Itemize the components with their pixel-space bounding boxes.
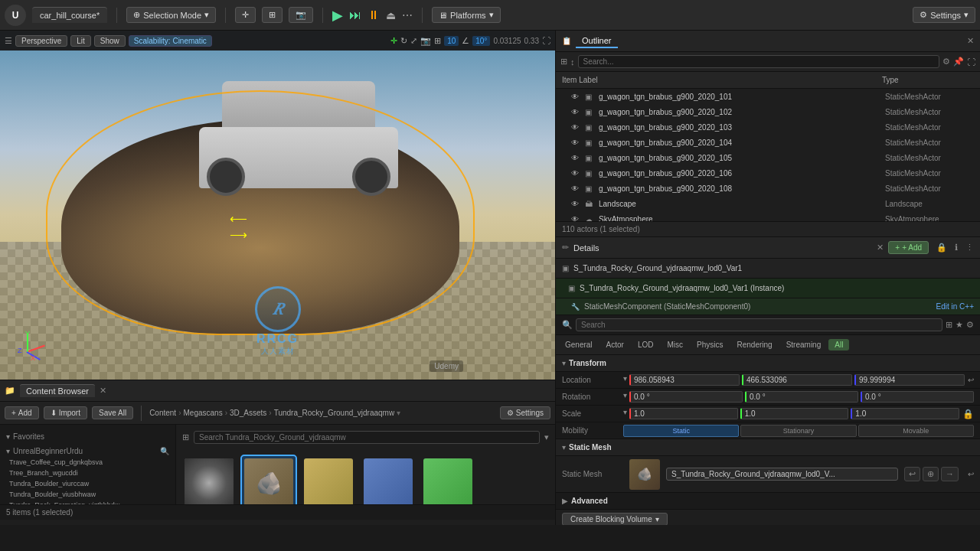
outliner-tab[interactable]: Outliner bbox=[576, 34, 618, 48]
asset-search-input[interactable] bbox=[194, 431, 540, 444]
details-search-input[interactable] bbox=[576, 318, 942, 331]
sidebar-item-3[interactable]: Tundra_Boulder_viusbhwaw bbox=[3, 489, 172, 500]
filter-icon[interactable]: ⊞ bbox=[560, 57, 567, 67]
location-reset[interactable]: ↩ bbox=[968, 376, 974, 384]
pin-icon[interactable]: 📌 bbox=[953, 57, 964, 67]
transform-section[interactable]: ▾ Transform bbox=[556, 355, 980, 372]
project-section[interactable]: ▾ UnrealBeginnerUrdu 🔍 bbox=[3, 445, 172, 457]
location-x-input[interactable] bbox=[629, 374, 740, 386]
outliner-search-input[interactable] bbox=[578, 55, 940, 68]
scale-y-input[interactable] bbox=[740, 408, 849, 419]
asset-material[interactable]: MI_Tundra_... Material bbox=[182, 456, 236, 504]
table-row[interactable]: 👁 ▣ g_wagon_tgn_brabus_g900_2020_101 Sta… bbox=[556, 89, 980, 104]
angle-label[interactable]: 10° bbox=[472, 36, 490, 46]
tab-general[interactable]: General bbox=[559, 339, 599, 350]
play-button[interactable]: ▶ bbox=[332, 7, 343, 24]
save-all-button[interactable]: Save All bbox=[92, 406, 133, 419]
sidebar-item-4[interactable]: Tundra_Rock_Formation_viztbhbdw bbox=[3, 500, 172, 504]
breadcrumb-megascans[interactable]: Megascans bbox=[184, 409, 223, 417]
col-type[interactable]: Type bbox=[882, 76, 974, 84]
visibility-icon[interactable]: 👁 bbox=[571, 154, 582, 162]
table-row[interactable]: 👁 ▣ g_wagon_tgn_brabus_g900_2020_102 Sta… bbox=[556, 104, 980, 119]
scale-lock[interactable]: 🔒 bbox=[962, 409, 974, 419]
translate-icon[interactable]: ✛ bbox=[390, 36, 397, 46]
breadcrumb-content[interactable]: Content bbox=[149, 409, 176, 417]
visibility-icon[interactable]: 👁 bbox=[571, 139, 582, 147]
tab-physics[interactable]: Physics bbox=[691, 339, 729, 350]
tab-actor[interactable]: Actor bbox=[600, 339, 630, 350]
settings-icon[interactable]: ⚙ bbox=[966, 320, 974, 330]
asset-texture-3[interactable]: T_Tundra_... Texture bbox=[421, 456, 475, 504]
sort-icon[interactable]: ↕ bbox=[570, 57, 575, 67]
location-z-input[interactable] bbox=[854, 374, 965, 386]
table-row[interactable]: 👁 ▣ g_wagon_tgn_brabus_g900_2020_103 Sta… bbox=[556, 119, 980, 135]
eject-button[interactable]: ⏏ bbox=[386, 9, 396, 21]
camera-button[interactable]: 📷 bbox=[289, 7, 313, 23]
breadcrumb-tundra[interactable]: Tundra_Rocky_Ground_vjdraaqmw bbox=[274, 409, 395, 417]
table-row[interactable]: 👁 ☁ SkyAtmosphere SkyAtmosphere bbox=[556, 211, 980, 221]
scale-dropdown[interactable]: ▾ bbox=[623, 408, 627, 419]
rotation-dropdown[interactable]: ▾ bbox=[623, 391, 627, 403]
scene-tab[interactable]: car_hill_course* bbox=[32, 7, 107, 23]
rotate-icon[interactable]: ↻ bbox=[400, 36, 407, 46]
mesh-reset[interactable]: ↩ bbox=[968, 470, 974, 478]
options-icon[interactable]: ⋮ bbox=[965, 243, 974, 253]
scale-icon[interactable]: ⤢ bbox=[410, 36, 417, 46]
chevron-down-icon[interactable]: ▾ bbox=[397, 409, 400, 417]
lock-icon[interactable]: 🔒 bbox=[936, 243, 947, 253]
import-button[interactable]: ⬇ Import bbox=[44, 406, 87, 419]
rotation-z-input[interactable] bbox=[861, 391, 974, 403]
transform-button[interactable]: ✛ bbox=[235, 7, 256, 23]
cb-settings-button[interactable]: ⚙ Settings bbox=[500, 406, 550, 419]
maximize-icon[interactable]: ⛶ bbox=[967, 57, 975, 67]
perspective-button[interactable]: Perspective bbox=[15, 35, 67, 47]
movable-button[interactable]: Movable bbox=[858, 425, 974, 437]
browse-button[interactable]: ↩ bbox=[904, 467, 920, 481]
star-icon[interactable]: ★ bbox=[956, 320, 963, 330]
visibility-icon[interactable]: 👁 bbox=[571, 108, 582, 116]
tab-lod[interactable]: LOD bbox=[632, 339, 660, 350]
angle-icon[interactable]: ∠ bbox=[462, 36, 469, 46]
camera2-icon[interactable]: 📷 bbox=[420, 36, 431, 46]
table-row[interactable]: 👁 ▣ g_wagon_tgn_brabus_g900_2020_104 Sta… bbox=[556, 135, 980, 150]
advanced-section[interactable]: ▶ Advanced bbox=[556, 493, 980, 510]
add-button[interactable]: + Add bbox=[5, 406, 39, 419]
sidebar-item-2[interactable]: Tundra_Boulder_viurccaw bbox=[3, 478, 172, 489]
search-icon[interactable]: 🔍 bbox=[160, 447, 169, 455]
table-row[interactable]: 👁 🏔 Landscape Landscape bbox=[556, 196, 980, 211]
asset-static-mesh[interactable]: 🪨 S_Tundra_... Static Mesh bbox=[242, 456, 296, 504]
table-row[interactable]: 👁 ▣ g_wagon_tgn_brabus_g900_2020_106 Sta… bbox=[556, 165, 980, 181]
skip-button[interactable]: ⏭ bbox=[349, 8, 361, 22]
maximize-icon[interactable]: ⛶ bbox=[542, 36, 550, 45]
table-row[interactable]: 👁 ▣ g_wagon_tgn_brabus_g900_2020_105 Sta… bbox=[556, 150, 980, 165]
settings-icon[interactable]: ⚙ bbox=[942, 57, 950, 67]
arrow-button[interactable]: → bbox=[941, 467, 959, 481]
chevron-down-icon[interactable]: ▾ bbox=[544, 432, 549, 442]
stationary-button[interactable]: Stationary bbox=[740, 425, 856, 437]
show-button[interactable]: Show bbox=[94, 35, 126, 47]
open-button[interactable]: ⊕ bbox=[923, 467, 939, 481]
details-close[interactable]: ✕ bbox=[877, 243, 884, 253]
grid2-icon[interactable]: ⊞ bbox=[434, 36, 441, 46]
content-browser-tab[interactable]: Content Browser bbox=[20, 384, 95, 397]
rock-mesh[interactable]: ⟵ ⟶ bbox=[61, 119, 459, 334]
visibility-icon[interactable]: 👁 bbox=[571, 123, 582, 132]
visibility-icon[interactable]: 👁 bbox=[571, 200, 582, 208]
more-button[interactable]: ⋯ bbox=[402, 9, 413, 21]
add-component-button[interactable]: + + Add bbox=[888, 241, 929, 254]
tab-misc[interactable]: Misc bbox=[661, 339, 689, 350]
rotation-x-input[interactable] bbox=[629, 391, 743, 403]
mesh-select-input[interactable] bbox=[666, 468, 898, 481]
location-y-input[interactable] bbox=[742, 374, 852, 386]
rotation-y-input[interactable] bbox=[745, 391, 858, 403]
stop-button[interactable]: ⏸ bbox=[368, 8, 380, 22]
vp-menu-icon[interactable]: ☰ bbox=[5, 36, 12, 46]
platforms-button[interactable]: 🖥 Platforms ▾ bbox=[432, 7, 500, 23]
grid-size-label[interactable]: 10 bbox=[444, 36, 459, 46]
edit-cpp-button[interactable]: Edit in C++ bbox=[936, 302, 974, 311]
visibility-icon[interactable]: 👁 bbox=[571, 215, 582, 222]
asset-texture-1[interactable]: T_Tundra_... Texture bbox=[302, 456, 355, 504]
snap-button[interactable]: ⊞ bbox=[262, 7, 283, 23]
col-item-label[interactable]: Item Label bbox=[562, 76, 882, 84]
scale-x-input[interactable] bbox=[629, 408, 738, 419]
